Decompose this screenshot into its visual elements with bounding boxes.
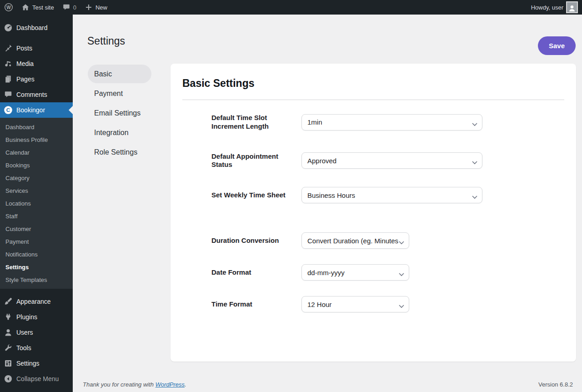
field-row-weekly-time-sheet: Set Weekly Time Sheet Business Hours <box>211 187 564 203</box>
save-button[interactable]: Save <box>538 36 576 55</box>
sidebar-item-label: Dashboard <box>16 24 48 31</box>
footer-thanks-suffix: . <box>185 381 186 388</box>
field-label: Duration Conversion <box>211 236 301 245</box>
page-title: Settings <box>87 34 125 48</box>
admin-sidebar: Dashboard Posts Media Pages Comments C B… <box>0 15 73 392</box>
sidebar-separator <box>0 289 73 294</box>
sidebar-item-users[interactable]: Users <box>0 325 73 340</box>
user-icon <box>4 328 13 337</box>
collapse-icon <box>4 374 13 383</box>
sidebar-item-posts[interactable]: Posts <box>0 40 73 56</box>
tab-payment[interactable]: Payment <box>88 84 151 103</box>
howdy-text: Howdy, user <box>531 4 563 11</box>
sidebar-item-label: Users <box>16 329 33 336</box>
submenu-category[interactable]: Category <box>0 171 73 184</box>
admin-footer: Thank you for creating with WordPress. V… <box>83 381 573 388</box>
sidebar-item-collapse-menu[interactable]: Collapse Menu <box>0 371 73 387</box>
visit-site-link[interactable]: Test site <box>17 0 58 15</box>
time-format-select[interactable]: 12 Hour <box>301 296 409 312</box>
submenu-notifications[interactable]: Notifications <box>0 248 73 261</box>
submenu-bookings[interactable]: Bookings <box>0 159 73 171</box>
submenu-services[interactable]: Services <box>0 184 73 197</box>
duration-conversion-select[interactable]: Convert Duration (eg. Minutes <box>301 232 409 249</box>
bookingor-submenu: Dashboard Business Profile Calendar Book… <box>0 118 73 289</box>
field-row-duration-conversion: Duration Conversion Convert Duration (eg… <box>211 232 564 249</box>
wordpress-logo-icon: W <box>4 3 13 12</box>
panel-heading: Basic Settings <box>182 77 564 90</box>
comments-icon <box>4 90 13 99</box>
sidebar-item-label: Settings <box>16 360 40 367</box>
sidebar-item-label: Plugins <box>16 313 37 321</box>
wrench-icon <box>4 343 13 352</box>
sidebar-item-pages[interactable]: Pages <box>0 71 73 87</box>
svg-text:W: W <box>6 5 11 10</box>
sidebar-item-media[interactable]: Media <box>0 56 73 71</box>
new-label: New <box>95 4 107 11</box>
pages-icon <box>4 75 13 84</box>
sidebar-item-settings[interactable]: Settings <box>0 356 73 371</box>
plus-icon <box>85 3 93 11</box>
field-row-appointment-status: Default Appointment Status Approved <box>211 152 564 170</box>
submenu-dashboard[interactable]: Dashboard <box>0 121 73 133</box>
basic-settings-panel: Basic Settings Default Time Slot Increme… <box>171 64 576 362</box>
sidebar-item-tools[interactable]: Tools <box>0 340 73 356</box>
tab-role-settings[interactable]: Role Settings <box>88 143 151 161</box>
new-content-menu[interactable]: New <box>80 0 111 15</box>
plug-icon <box>4 312 13 322</box>
svg-text:C: C <box>6 107 10 113</box>
wordpress-logo-menu[interactable]: W <box>0 0 17 15</box>
comments-count: 0 <box>73 4 76 11</box>
sidebar-item-label: Collapse Menu <box>16 375 59 382</box>
sidebar-item-appearance[interactable]: Appearance <box>0 294 73 309</box>
footer-thanks: Thank you for creating with WordPress. <box>83 381 186 388</box>
sidebar-item-bookingor[interactable]: C Bookingor <box>0 102 73 118</box>
account-menu[interactable]: Howdy, user <box>527 0 582 15</box>
sidebar-item-label: Bookingor <box>16 106 45 114</box>
submenu-style-templates[interactable]: Style Templates <box>0 273 73 286</box>
sidebar-item-dashboard[interactable]: Dashboard <box>0 20 73 35</box>
brush-icon <box>4 297 13 306</box>
field-label: Date Format <box>211 268 301 277</box>
avatar <box>566 1 578 13</box>
comments-shortcut[interactable]: 0 <box>58 0 80 15</box>
pin-icon <box>4 44 13 53</box>
active-menu-arrow <box>69 106 73 114</box>
version-text: Version 6.8.2 <box>538 381 573 388</box>
field-label: Set Weekly Time Sheet <box>211 191 301 200</box>
media-icon <box>4 59 13 68</box>
bookingor-icon: C <box>4 106 13 115</box>
sidebar-item-plugins[interactable]: Plugins <box>0 309 73 325</box>
sidebar-separator <box>0 35 73 40</box>
tab-basic[interactable]: Basic <box>88 65 151 83</box>
tab-email-settings[interactable]: Email Settings <box>88 104 151 122</box>
submenu-payment[interactable]: Payment <box>0 235 73 248</box>
wordpress-link[interactable]: WordPress <box>156 381 185 388</box>
submenu-staff[interactable]: Staff <box>0 210 73 222</box>
sidebar-item-label: Media <box>16 60 34 67</box>
settings-tabs: Basic Payment Email Settings Integration… <box>88 65 151 162</box>
sidebar-item-comments[interactable]: Comments <box>0 87 73 102</box>
field-row-time-slot: Default Time Slot Increment Length 1min <box>211 114 564 131</box>
submenu-calendar[interactable]: Calendar <box>0 146 73 159</box>
date-format-select[interactable]: dd-mm-yyyy <box>301 264 409 281</box>
field-label: Default Appointment Status <box>211 152 301 170</box>
submenu-business-profile[interactable]: Business Profile <box>0 133 73 146</box>
dashboard-icon <box>4 23 13 32</box>
site-name: Test site <box>32 4 54 11</box>
sidebar-item-label: Appearance <box>16 298 51 305</box>
weekly-time-sheet-select[interactable]: Business Hours <box>301 187 482 203</box>
footer-thanks-text: Thank you for creating with <box>83 381 156 388</box>
sliders-icon <box>4 359 13 368</box>
submenu-locations[interactable]: Locations <box>0 197 73 210</box>
sidebar-item-label: Comments <box>16 91 47 98</box>
submenu-settings[interactable]: Settings <box>0 261 73 273</box>
sidebar-item-label: Posts <box>16 45 32 52</box>
appointment-status-select[interactable]: Approved <box>301 152 482 169</box>
sidebar-item-label: Pages <box>16 75 35 83</box>
submenu-customer[interactable]: Customer <box>0 222 73 235</box>
tab-integration[interactable]: Integration <box>88 123 151 142</box>
home-icon <box>21 3 30 11</box>
time-slot-increment-select[interactable]: 1min <box>301 114 482 131</box>
field-row-time-format: Time Format 12 Hour <box>211 296 564 312</box>
sidebar-item-label: Tools <box>16 344 31 352</box>
